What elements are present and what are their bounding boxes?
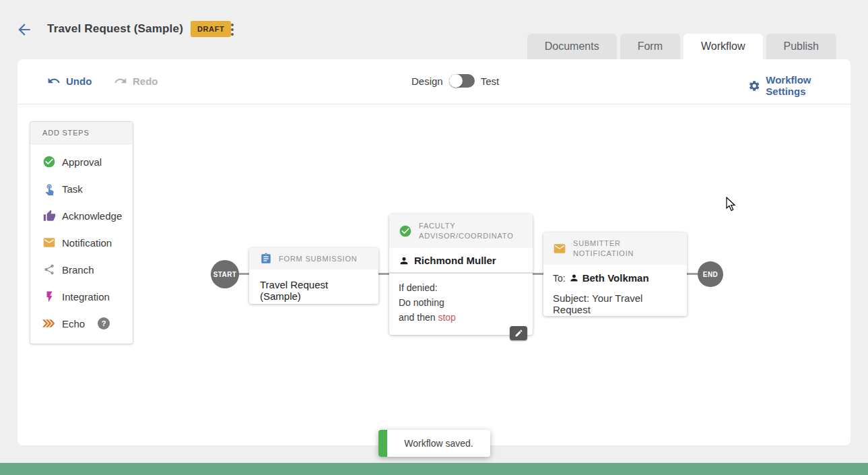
redo-icon [114,74,127,88]
check-circle-icon [399,224,412,238]
add-step-echo[interactable]: Echo ? [30,310,133,337]
add-step-label: Echo [62,318,85,329]
add-step-label: Branch [62,264,94,276]
recipient-name: Beth Volkman [582,272,649,284]
toast-message: Workflow saved. [387,438,490,449]
add-step-label: Integration [62,291,110,303]
add-step-branch[interactable]: Branch [30,256,133,283]
chevrons-icon [42,317,56,330]
add-step-label: Notification [62,237,112,249]
edit-step-button[interactable] [510,326,527,340]
share-icon [42,263,56,276]
workflow-toolbar: Undo Redo Design Test Workflow Settings [18,59,850,104]
design-label: Design [411,75,443,87]
toast-notification: Workflow saved. [378,430,490,457]
recipient-row: To: Beth Volkman [553,272,677,284]
notification-card-header: SUBMITTER NOTIFICATIOIN [543,232,687,265]
back-arrow-icon [15,21,33,38]
step-type-label: FORM SUBMISSION [279,254,358,264]
rule-line: and then stop [399,310,523,325]
add-step-integration[interactable]: Integration [30,283,133,310]
design-test-toggle[interactable] [449,74,475,88]
add-step-label: Approval [62,156,102,168]
stop-action-text: stop [438,312,455,323]
tab-documents[interactable]: Documents [527,34,617,59]
add-step-task[interactable]: Task [30,175,133,202]
person-icon [569,273,579,283]
to-label: To: [553,273,566,284]
step-type-label: FACULTY ADVISOR/COORDINATO [419,221,523,241]
gear-icon [748,80,760,92]
assignee-name: Richmond Muller [414,255,496,266]
add-steps-list: Approval Task Acknowledge Notification B… [30,144,133,344]
add-steps-title: ADD STEPS [30,122,133,144]
add-step-label: Acknowledge [62,210,122,222]
undo-label: Undo [66,75,92,87]
pencil-icon [514,329,523,338]
end-node: END [698,261,723,287]
notification-card-body: To: Beth Volkman Subject: Your Travel Re… [543,265,687,323]
tab-publish[interactable]: Publish [766,34,836,59]
toggle-knob [449,74,463,88]
add-steps-palette: ADD STEPS Approval Task Acknowledge Noti… [30,121,133,344]
app-header: Travel Request (Sample) DRAFT Documents … [0,0,868,59]
toast-accent-bar [378,430,387,457]
undo-icon [47,74,61,88]
denial-rules: If denied: Do nothing and then stop [389,274,533,334]
rule-line: Do nothing [399,295,523,310]
subject-line: Subject: Your Travel Request [553,292,677,315]
touch-hand-icon [42,182,56,195]
workflow-settings-label: Workflow Settings [766,74,850,97]
add-step-notification[interactable]: Notification [30,229,133,256]
approval-step-card[interactable]: FACULTY ADVISOR/COORDINATO Richmond Mull… [389,214,533,335]
form-submission-step-card[interactable]: FORM SUBMISSION Travel Request (Sample) [249,248,378,304]
mode-toggle-group: Design Test [411,74,499,88]
footer-bar [0,463,868,475]
kebab-menu-button[interactable] [228,22,237,37]
page-title: Travel Request (Sample) [47,22,183,36]
mouse-cursor [726,197,739,214]
test-label: Test [481,75,500,87]
redo-button[interactable]: Redo [114,74,158,88]
start-node: START [211,260,239,288]
assignee-row: Richmond Muller [389,248,533,274]
envelope-icon [553,242,566,255]
person-icon [399,255,409,266]
help-icon[interactable]: ? [98,317,110,329]
workflow-settings-button[interactable]: Workflow Settings [748,74,850,97]
form-card-title: Travel Request (Sample) [249,270,378,311]
notification-step-card[interactable]: SUBMITTER NOTIFICATIOIN To: Beth Volkman… [543,232,687,316]
step-type-label: SUBMITTER NOTIFICATIOIN [573,239,677,259]
tab-workflow[interactable]: Workflow [683,34,763,59]
add-step-acknowledge[interactable]: Acknowledge [30,202,133,229]
add-step-label: Task [62,183,83,195]
form-card-header: FORM SUBMISSION [249,248,378,270]
check-circle-icon [42,155,56,168]
envelope-icon [42,236,56,249]
workflow-builder-app: Travel Request (Sample) DRAFT Documents … [0,0,868,475]
rule-line: If denied: [399,280,523,295]
status-badge: DRAFT [191,21,231,37]
approval-card-header: FACULTY ADVISOR/COORDINATO [389,214,533,248]
thumb-up-icon [42,209,56,222]
undo-button[interactable]: Undo [47,74,92,88]
redo-label: Redo [133,75,158,87]
tab-bar: Documents Form Workflow Publish [527,34,836,59]
clipboard-icon [260,253,272,265]
lightning-icon [42,290,56,303]
add-step-approval[interactable]: Approval [30,148,133,175]
back-button[interactable] [15,21,33,38]
tab-form[interactable]: Form [620,34,680,59]
